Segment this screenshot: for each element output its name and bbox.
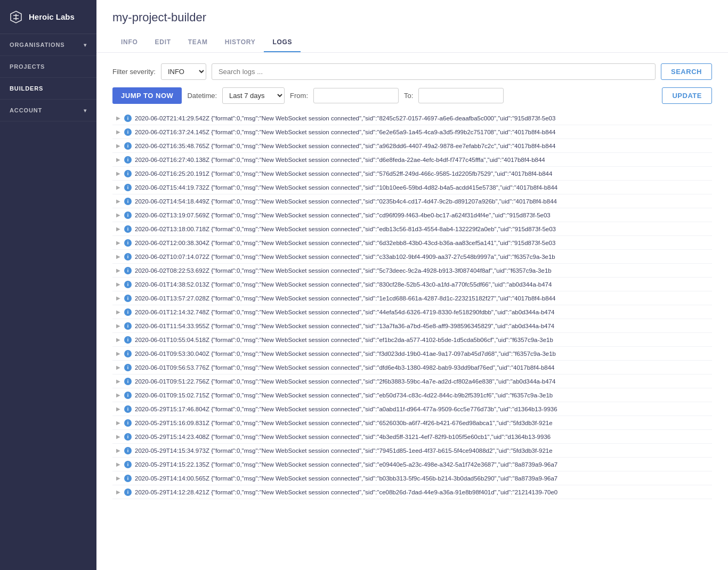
log-expand-icon[interactable]: ▶ [114, 170, 123, 176]
update-button[interactable]: UPDATE [662, 87, 712, 104]
log-row[interactable]: ▶ i 2020-06-02T21:41:29.542Z {"format":0… [112, 111, 712, 125]
log-row[interactable]: ▶ i 2020-05-29T14:15:34.973Z {"format":0… [112, 444, 712, 458]
tab-history[interactable]: HISTORY [216, 33, 264, 52]
log-level-icon: i [123, 322, 133, 330]
sidebar-logo[interactable]: Heroic Labs [0, 0, 96, 34]
log-level-icon: i [123, 225, 133, 233]
log-expand-icon[interactable]: ▶ [114, 295, 123, 301]
log-row[interactable]: ▶ i 2020-06-02T16:25:20.191Z {"format":0… [112, 167, 712, 181]
tab-logs[interactable]: LOGS [264, 33, 301, 52]
to-date-input[interactable] [418, 88, 504, 103]
log-row[interactable]: ▶ i 2020-06-02T16:37:24.145Z {"format":0… [112, 125, 712, 139]
log-expand-icon[interactable]: ▶ [114, 129, 123, 135]
log-row[interactable]: ▶ i 2020-06-02T16:27:40.138Z {"format":0… [112, 153, 712, 167]
log-row[interactable]: ▶ i 2020-06-01T14:38:52.013Z {"format":0… [112, 278, 712, 291]
log-entry-text: 2020-05-29T14:14:00.565Z {"format":0,"ms… [133, 475, 711, 482]
log-expand-icon[interactable]: ▶ [114, 309, 123, 315]
sidebar-item-builders-label: BUILDERS [10, 85, 43, 92]
log-expand-icon[interactable]: ▶ [114, 184, 123, 190]
log-level-icon: i [123, 378, 133, 385]
log-row[interactable]: ▶ i 2020-06-02T16:35:48.765Z {"format":0… [112, 139, 712, 153]
log-row[interactable]: ▶ i 2020-05-29T14:12:28.421Z {"format":0… [112, 485, 712, 499]
tab-team[interactable]: TEAM [180, 33, 216, 52]
log-expand-icon[interactable]: ▶ [114, 323, 123, 329]
log-row[interactable]: ▶ i 2020-06-01T10:55:04.518Z {"format":0… [112, 333, 712, 347]
log-level-icon: i [123, 336, 133, 344]
log-entry-text: 2020-05-29T14:12:28.421Z {"format":0,"ms… [133, 489, 711, 495]
log-expand-icon[interactable]: ▶ [114, 489, 123, 495]
from-date-input[interactable] [313, 88, 399, 103]
log-level-icon: i [123, 184, 133, 191]
log-expand-icon[interactable]: ▶ [114, 447, 123, 453]
log-level-icon: i [123, 170, 133, 177]
log-row[interactable]: ▶ i 2020-06-01T09:53:30.040Z {"format":0… [112, 347, 712, 361]
log-level-icon: i [123, 419, 133, 427]
log-entry-text: 2020-06-01T09:53:30.040Z {"format":0,"ms… [133, 351, 711, 357]
log-expand-icon[interactable]: ▶ [114, 378, 123, 384]
log-expand-icon[interactable]: ▶ [114, 226, 123, 232]
log-expand-icon[interactable]: ▶ [114, 406, 123, 412]
tab-info[interactable]: INFO [112, 33, 147, 52]
chevron-down-icon: ▾ [84, 42, 87, 48]
jump-to-now-button[interactable]: JUMP TO NOW [112, 87, 182, 104]
log-expand-icon[interactable]: ▶ [114, 198, 123, 204]
sidebar-item-account[interactable]: ACCOUNT ▾ [0, 100, 96, 121]
log-entry-text: 2020-05-29T15:17:46.804Z {"format":0,"ms… [133, 406, 711, 412]
to-label: To: [404, 92, 413, 100]
log-expand-icon[interactable]: ▶ [114, 475, 123, 481]
page-header: my-project-builder INFO EDIT TEAM HISTOR… [96, 0, 728, 53]
log-entry-text: 2020-06-02T08:22:53.692Z {"format":0,"ms… [133, 267, 711, 274]
log-expand-icon[interactable]: ▶ [114, 337, 123, 343]
log-expand-icon[interactable]: ▶ [114, 461, 123, 467]
log-row[interactable]: ▶ i 2020-05-29T14:15:22.135Z {"format":0… [112, 458, 712, 471]
sidebar-item-organisations[interactable]: ORGANISATIONS ▾ [0, 34, 96, 56]
log-row[interactable]: ▶ i 2020-05-29T15:14:23.408Z {"format":0… [112, 430, 712, 444]
log-row[interactable]: ▶ i 2020-06-01T11:54:33.955Z {"format":0… [112, 319, 712, 333]
log-row[interactable]: ▶ i 2020-05-29T15:17:46.804Z {"format":0… [112, 402, 712, 416]
log-expand-icon[interactable]: ▶ [114, 240, 123, 246]
log-expand-icon[interactable]: ▶ [114, 254, 123, 259]
log-expand-icon[interactable]: ▶ [114, 267, 123, 273]
log-entry-text: 2020-06-02T16:25:20.191Z {"format":0,"ms… [133, 170, 711, 177]
log-entry-text: 2020-06-02T10:07:14.072Z {"format":0,"ms… [133, 254, 711, 260]
severity-select[interactable]: INFO DEBUG WARN ERROR [161, 63, 206, 80]
log-entry-text: 2020-06-02T12:00:38.304Z {"format":0,"ms… [133, 240, 711, 246]
datetime-label: Datetime: [187, 92, 217, 100]
log-list: ▶ i 2020-06-02T21:41:29.542Z {"format":0… [112, 111, 712, 499]
datetime-select[interactable]: Last 7 days Last 24 hours Last 30 days C… [222, 87, 285, 104]
log-expand-icon[interactable]: ▶ [114, 434, 123, 439]
log-expand-icon[interactable]: ▶ [114, 420, 123, 426]
log-expand-icon[interactable]: ▶ [114, 351, 123, 356]
log-expand-icon[interactable]: ▶ [114, 364, 123, 370]
log-row[interactable]: ▶ i 2020-06-02T08:22:53.692Z {"format":0… [112, 264, 712, 278]
log-row[interactable]: ▶ i 2020-06-02T13:18:00.718Z {"format":0… [112, 222, 712, 236]
tab-edit[interactable]: EDIT [147, 33, 180, 52]
log-row[interactable]: ▶ i 2020-06-01T09:56:53.776Z {"format":0… [112, 361, 712, 374]
filter-severity-label: Filter severity: [112, 68, 156, 76]
log-expand-icon[interactable]: ▶ [114, 212, 123, 218]
sidebar-item-builders[interactable]: BUILDERS [0, 78, 96, 100]
log-level-icon: i [123, 308, 133, 316]
log-expand-icon[interactable]: ▶ [114, 115, 123, 121]
log-row[interactable]: ▶ i 2020-06-01T12:14:32.748Z {"format":0… [112, 305, 712, 319]
log-expand-icon[interactable]: ▶ [114, 143, 123, 149]
log-row[interactable]: ▶ i 2020-06-02T13:19:07.569Z {"format":0… [112, 208, 712, 222]
log-row[interactable]: ▶ i 2020-06-01T09:15:02.715Z {"format":0… [112, 388, 712, 402]
sidebar-item-account-label: ACCOUNT [10, 107, 42, 113]
log-row[interactable]: ▶ i 2020-05-29T14:14:00.565Z {"format":0… [112, 471, 712, 485]
log-row[interactable]: ▶ i 2020-06-02T10:07:14.072Z {"format":0… [112, 250, 712, 264]
log-row[interactable]: ▶ i 2020-06-01T09:51:22.756Z {"format":0… [112, 374, 712, 388]
log-row[interactable]: ▶ i 2020-06-02T12:00:38.304Z {"format":0… [112, 236, 712, 250]
log-expand-icon[interactable]: ▶ [114, 281, 123, 287]
log-expand-icon[interactable]: ▶ [114, 392, 123, 398]
log-row[interactable]: ▶ i 2020-06-01T13:57:27.028Z {"format":0… [112, 291, 712, 305]
sidebar-item-projects[interactable]: PROJECTS [0, 56, 96, 78]
log-entry-text: 2020-06-02T13:19:07.569Z {"format":0,"ms… [133, 212, 711, 218]
search-input[interactable] [212, 63, 656, 80]
log-row[interactable]: ▶ i 2020-05-29T15:16:09.831Z {"format":0… [112, 416, 712, 430]
log-expand-icon[interactable]: ▶ [114, 157, 123, 162]
log-row[interactable]: ▶ i 2020-06-02T14:54:18.449Z {"format":0… [112, 194, 712, 208]
log-row[interactable]: ▶ i 2020-06-02T15:44:19.732Z {"format":0… [112, 181, 712, 194]
search-button[interactable]: SEARCH [661, 63, 712, 80]
log-level-icon: i [123, 115, 133, 122]
